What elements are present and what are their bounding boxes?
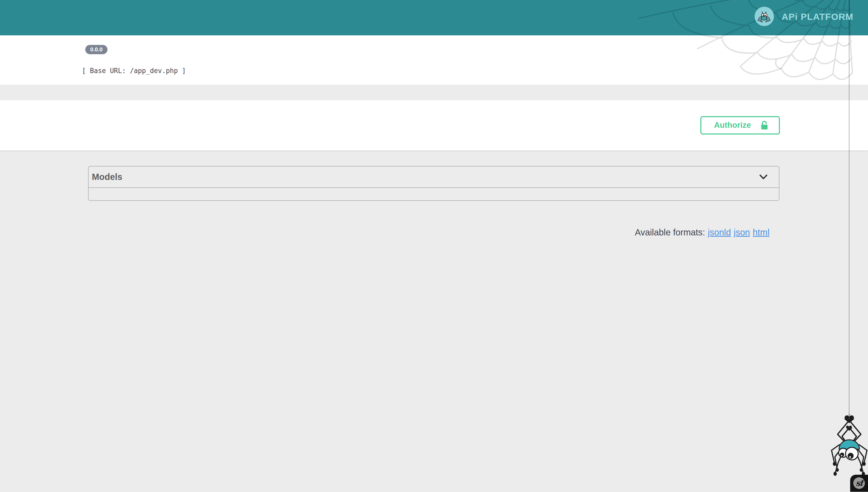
format-link-json[interactable]: json	[734, 227, 750, 237]
available-formats-label: Available formats:	[635, 227, 705, 237]
version-badge: 0.0.0	[85, 45, 108, 54]
authorize-button-label: Authorize	[714, 121, 751, 130]
symfony-logo-icon: sf	[853, 477, 865, 489]
models-title: Models	[92, 172, 122, 182]
logo-spider-icon	[757, 10, 771, 22]
chevron-down-icon[interactable]	[759, 174, 768, 180]
models-empty-row	[89, 188, 779, 200]
spider-silk-thread	[849, 0, 850, 417]
symfony-profiler-badge[interactable]: sf	[850, 475, 868, 492]
base-url-label: [ Base URL: /app_dev.php ]	[82, 67, 186, 75]
format-link-jsonld[interactable]: jsonld	[708, 227, 731, 237]
available-formats: Available formats:jsonldjsonhtml	[635, 227, 770, 238]
api-info-section	[0, 35, 868, 85]
filter-band	[0, 85, 868, 100]
top-header-bar	[0, 0, 868, 35]
unlocked-padlock-icon	[761, 121, 768, 129]
models-section: Models	[88, 166, 779, 201]
brand-wordmark: APi PLATFORM	[782, 11, 853, 22]
page: APi PLATFORM 0.0.0 [ Base URL: /app_dev.…	[0, 0, 868, 492]
authorize-button[interactable]: Authorize	[700, 116, 780, 134]
models-section-header[interactable]: Models	[89, 167, 779, 188]
api-platform-logo	[755, 7, 774, 26]
hanging-spider-mascot	[828, 414, 868, 479]
format-link-html[interactable]: html	[753, 227, 770, 237]
symfony-logo-text: sf	[856, 479, 863, 487]
